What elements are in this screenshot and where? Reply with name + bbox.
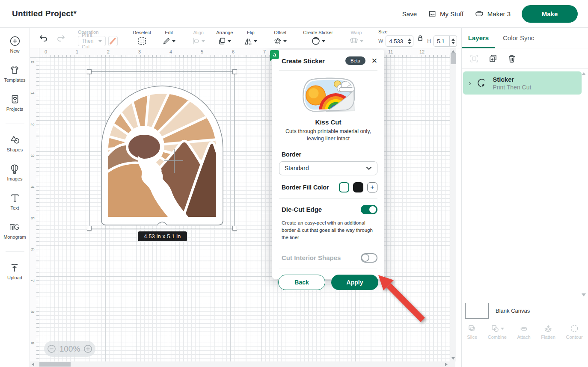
blank-canvas-swatch[interactable]	[465, 303, 489, 319]
save-button[interactable]: Save	[402, 10, 417, 18]
arrange-label: Arrange	[216, 30, 233, 35]
layer-item-sticker[interactable]: › Sticker Print Then Cut	[463, 71, 582, 95]
arrange-button[interactable]: Arrange	[216, 30, 233, 46]
offset-icon	[273, 37, 282, 45]
size-label: Size	[378, 29, 457, 34]
chevron-down-icon	[366, 166, 372, 170]
images-icon	[9, 163, 20, 175]
selection-handle-bottom-right[interactable]	[232, 226, 237, 231]
top-bar: Untitled Project* Save My Stuff Maker 3 …	[0, 0, 588, 28]
height-spin-buttons[interactable]	[449, 36, 457, 46]
sidebar-item-upload[interactable]: Upload	[7, 262, 22, 280]
horizontal-scroll-thumb[interactable]	[39, 362, 71, 367]
monogram-icon	[9, 222, 21, 233]
machine-selector[interactable]: Maker 3	[475, 9, 511, 18]
upload-icon	[9, 262, 20, 273]
flatten-icon	[543, 324, 553, 333]
sidebar-item-projects[interactable]: Projects	[6, 94, 24, 112]
scroll-right-icon[interactable]	[445, 363, 448, 366]
duplicate-button[interactable]	[488, 54, 498, 63]
sidebar-label-projects: Projects	[6, 107, 24, 112]
close-icon[interactable]: ✕	[371, 57, 377, 65]
cut-interior-toggle[interactable]	[361, 253, 377, 263]
operation-select[interactable]: Print Then Cut	[78, 36, 106, 46]
group-button[interactable]	[469, 54, 479, 63]
offset-button[interactable]: Offset	[273, 30, 287, 46]
slice-button[interactable]: Slice	[467, 324, 477, 340]
border-fill-white-swatch[interactable]	[339, 182, 349, 192]
chevron-down-icon	[254, 40, 257, 42]
sidebar-item-shapes[interactable]: Shapes	[7, 134, 23, 152]
warp-label: Warp	[351, 30, 362, 35]
scroll-down-icon[interactable]	[451, 357, 455, 360]
selection-handle-top-right[interactable]	[232, 69, 237, 74]
align-button[interactable]: Align	[192, 30, 205, 46]
flatten-button[interactable]: Flatten	[541, 324, 555, 340]
blank-canvas-label: Blank Canvas	[496, 308, 530, 314]
border-fill-section: Border Fill Color +	[272, 175, 384, 198]
tab-color-sync[interactable]: Color Sync	[503, 34, 534, 41]
selection-handle-top-left[interactable]	[87, 69, 92, 74]
border-fill-black-swatch[interactable]	[353, 182, 363, 192]
redo-button[interactable]	[56, 34, 66, 42]
selection-size-tag: 4.53 in x 5.1 in	[138, 231, 187, 241]
align-label: Align	[193, 30, 203, 35]
machine-icon	[475, 9, 484, 18]
chevron-down-icon	[360, 40, 363, 42]
deselect-button[interactable]: Deselect	[133, 30, 151, 46]
zoom-in-button[interactable]	[83, 344, 92, 353]
blank-canvas-row[interactable]: Blank Canvas	[462, 300, 588, 321]
undo-button[interactable]	[39, 34, 49, 42]
warp-button[interactable]: Warp	[349, 30, 363, 46]
kiss-cut-illustration	[299, 76, 358, 115]
sidebar-item-images[interactable]: Images	[7, 163, 22, 181]
border-select[interactable]: Standard	[279, 161, 377, 175]
combine-button[interactable]: Combine	[488, 324, 507, 340]
vertical-scroll-thumb[interactable]	[451, 53, 456, 64]
scroll-up-icon[interactable]	[451, 50, 455, 53]
list-scroll-up-icon[interactable]	[582, 72, 586, 75]
die-cut-label: Die-Cut Edge	[282, 206, 322, 213]
kiss-cut-section: Kiss Cut Cuts through printable material…	[272, 71, 384, 142]
aspect-lock[interactable]	[417, 35, 424, 41]
spin-up-icon	[451, 38, 455, 41]
my-stuff-button[interactable]: My Stuff	[428, 9, 463, 18]
height-input[interactable]	[434, 38, 449, 45]
attach-icon	[519, 324, 529, 333]
add-color-button[interactable]: +	[367, 182, 377, 192]
canvas-vertical-scrollbar[interactable]	[450, 48, 456, 361]
sidebar-item-templates[interactable]: Templates	[4, 65, 25, 83]
list-scroll-down-icon[interactable]	[582, 293, 586, 296]
die-cut-row: Die-Cut Edge	[272, 199, 384, 216]
width-spin-buttons[interactable]	[406, 36, 413, 46]
back-button[interactable]: Back	[278, 275, 325, 290]
sidebar-item-new[interactable]: New	[9, 36, 21, 53]
flip-button[interactable]: Flip	[244, 30, 257, 46]
tab-layers[interactable]: Layers	[462, 34, 495, 41]
selected-artwork[interactable]	[89, 71, 235, 228]
sidebar-label-text: Text	[10, 205, 19, 210]
templates-icon	[9, 65, 20, 76]
sticker-artwork[interactable]	[98, 77, 226, 228]
sidebar-item-monogram[interactable]: Monogram	[3, 222, 26, 240]
text-icon	[9, 192, 21, 204]
zoom-out-button[interactable]	[47, 344, 56, 353]
apply-button[interactable]: Apply	[331, 275, 378, 290]
border-value: Standard	[285, 165, 309, 172]
scroll-left-icon[interactable]	[32, 363, 34, 366]
attach-button[interactable]: Attach	[517, 324, 530, 340]
delete-button[interactable]	[507, 54, 517, 63]
expand-chevron-icon[interactable]: ›	[469, 79, 471, 87]
selection-handle-bottom-left[interactable]	[87, 226, 92, 231]
operation-color-swatch[interactable]	[108, 36, 118, 46]
edit-button[interactable]: Edit	[162, 30, 175, 46]
create-sticker-button[interactable]: Create Sticker	[303, 30, 333, 46]
toggle-knob	[369, 206, 376, 213]
make-button[interactable]: Make	[522, 5, 578, 23]
sidebar-item-text[interactable]: Text	[9, 192, 21, 210]
contour-button[interactable]: Contour	[566, 324, 583, 340]
operation-value: Print Then Cut	[82, 32, 96, 50]
canvas-horizontal-scrollbar[interactable]	[30, 361, 455, 367]
width-input[interactable]	[386, 38, 406, 45]
die-cut-toggle[interactable]	[361, 205, 377, 214]
